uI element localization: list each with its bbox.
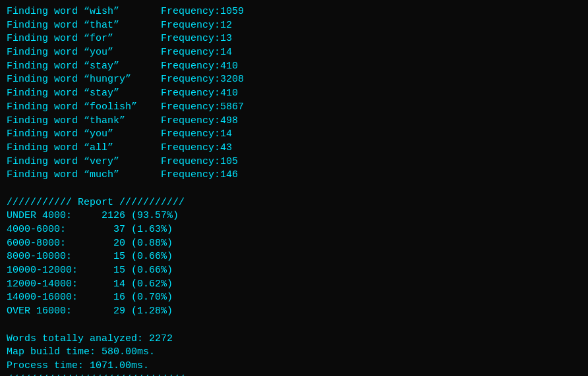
report-row-5: 12000-14000: 14 (0.62%) — [7, 278, 581, 292]
finding-word-line-2: Finding word “for” Frequency:13 — [7, 32, 581, 46]
finding-word-line-11: Finding word “very” Frequency:105 — [7, 155, 581, 169]
gap-before-report — [7, 182, 581, 196]
finding-word-line-1: Finding word “that” Frequency:12 — [7, 19, 581, 33]
finding-word-line-9: Finding word “you” Frequency:14 — [7, 128, 581, 142]
finding-word-line-5: Finding word “hungry” Frequency:3208 — [7, 73, 581, 87]
footer-divider: ////////////////////////////// — [7, 373, 581, 376]
finding-word-line-6: Finding word “stay” Frequency:410 — [7, 87, 581, 101]
report-row-3: 8000-10000: 15 (0.66%) — [7, 250, 581, 264]
gap-before-footer — [7, 319, 581, 333]
finding-word-line-12: Finding word “much” Frequency:146 — [7, 169, 581, 182]
report-row-7: OVER 16000: 29 (1.28%) — [7, 305, 581, 319]
report-header: /////////// Report /////////// — [7, 196, 581, 210]
finding-word-line-10: Finding word “all” Frequency:43 — [7, 142, 581, 155]
footer-analyzed: Words totally analyzed: 2272 — [7, 333, 581, 346]
report-row-1: 4000-6000: 37 (1.63%) — [7, 223, 581, 237]
terminal-output: Finding word “wish” Frequency:1059Findin… — [7, 5, 581, 376]
finding-word-line-7: Finding word “foolish” Frequency:5867 — [7, 101, 581, 115]
report-row-4: 10000-12000: 15 (0.66%) — [7, 264, 581, 278]
finding-word-line-8: Finding word “thank” Frequency:498 — [7, 115, 581, 128]
report-row-6: 14000-16000: 16 (0.70%) — [7, 291, 581, 305]
finding-word-line-0: Finding word “wish” Frequency:1059 — [7, 5, 581, 19]
report-row-2: 6000-8000: 20 (0.88%) — [7, 237, 581, 251]
finding-word-line-3: Finding word “you” Frequency:14 — [7, 46, 581, 60]
finding-word-line-4: Finding word “stay” Frequency:410 — [7, 60, 581, 74]
footer-map-time: Map build time: 580.00ms. — [7, 346, 581, 360]
report-row-0: UNDER 4000: 2126 (93.57%) — [7, 209, 581, 223]
footer-process-time: Process time: 1071.00ms. — [7, 360, 581, 373]
